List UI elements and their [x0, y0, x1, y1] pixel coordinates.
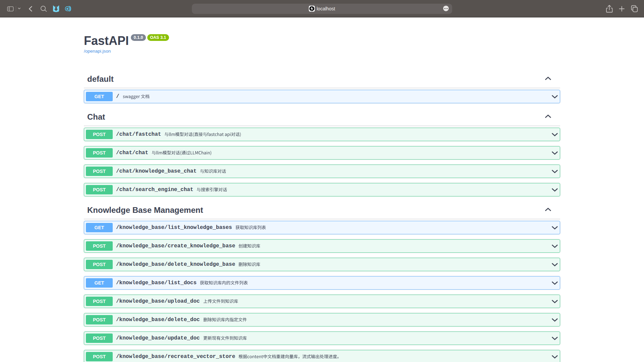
svg-text:localhost: localhost — [317, 6, 335, 11]
